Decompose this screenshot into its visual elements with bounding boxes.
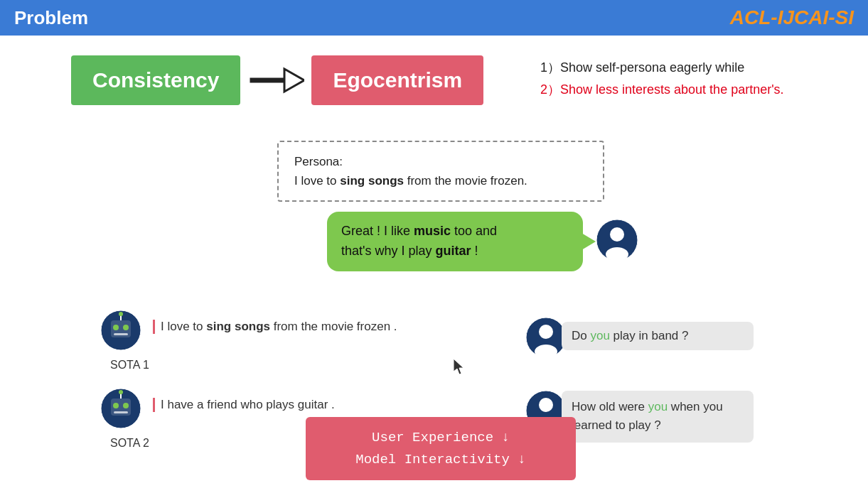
sota1-bold: sing songs [206,320,270,333]
bubble-line2: that's why I play guitar ! [341,242,569,261]
banner-line1: User Experience ↓ [318,427,563,448]
svg-point-22 [535,345,557,359]
user-avatar-top [596,219,638,264]
u2-you: you [648,400,668,413]
persona-prefix: I love to [294,174,340,188]
u1-suffix: play in band ? [610,329,689,342]
sota2-speech: I have a friend who plays guitar . [153,398,335,412]
svg-point-15 [113,403,119,408]
user2-question: How old were you when you learned to pla… [562,391,754,443]
sota1-suffix: from the movie frozen . [270,320,397,333]
sota1-label: SOTA 1 [110,359,149,372]
svg-rect-0 [250,78,284,82]
user1-question: Do you play in band ? [562,322,754,350]
bubble-l1-bold: music [414,224,451,238]
svg-point-8 [113,325,119,330]
bubble-l2-prefix: that's why I play [341,244,436,258]
header-bar: Problem ACL-IJCAI-SI [0,0,868,36]
banner-line2: Model Interactivity ↓ [318,449,563,470]
svg-point-19 [119,390,123,394]
sota2-label: SOTA 2 [110,437,149,450]
svg-point-21 [539,325,553,339]
bubble-line1: Great ! I like music too and [341,222,569,242]
svg-point-9 [123,325,129,330]
egocentrism-box: Egocentrism [311,55,483,105]
persona-text: I love to sing songs from the movie froz… [294,171,587,190]
svg-point-12 [119,312,123,316]
main-content: Consistency Egocentrism 1）Show self-pers… [0,36,868,493]
arrow [247,66,304,94]
sota2-avatar [100,387,142,433]
u2-prefix: How old were [572,400,648,413]
svg-point-5 [606,247,628,261]
page-title: Problem [14,7,88,29]
conference-logo: ACL-IJCAI-SI [730,6,854,29]
svg-rect-10 [114,333,128,335]
bubble-l2-bold: guitar [436,244,471,258]
consistency-box: Consistency [71,55,240,105]
desc-line1: 1）Show self-persona eagerly while [540,57,784,79]
bottom-banner: User Experience ↓ Model Interactivity ↓ [306,417,576,480]
svg-point-24 [539,398,553,412]
desc-line2: 2）Show less interests about the partner'… [540,79,784,101]
svg-point-4 [610,227,624,242]
svg-point-16 [123,403,129,408]
top-row: Consistency Egocentrism [71,55,483,105]
svg-marker-26 [454,359,464,374]
persona-suffix: from the movie frozen. [404,174,527,188]
bubble-l2-suffix: ! [471,244,478,258]
sota1-prefix: I love to [161,320,206,333]
description-block: 1）Show self-persona eagerly while 2）Show… [540,57,784,100]
svg-rect-17 [114,411,128,413]
u1-you: you [590,329,609,342]
bubble-l1-prefix: Great ! I like [341,224,414,238]
sota1-avatar [100,309,142,354]
persona-label: Persona: [294,152,587,171]
u1-prefix: Do [572,329,590,342]
persona-box: Persona: I love to sing songs from the m… [277,141,604,202]
bubble-l1-suffix: too and [451,224,497,238]
cursor [454,359,466,374]
sota1-speech: I love to sing songs from the movie froz… [153,320,397,334]
persona-bold: sing songs [340,174,404,188]
user1-avatar [525,316,567,362]
speech-bubble: Great ! I like music too and that's why … [327,212,583,271]
